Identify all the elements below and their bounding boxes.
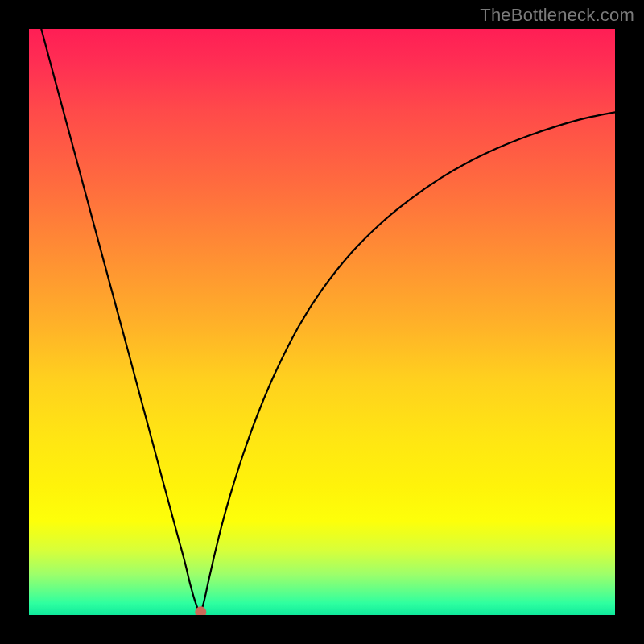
- minimum-marker-dot: [195, 606, 206, 615]
- curve-svg: [29, 29, 615, 615]
- chart-frame: TheBottleneck.com: [0, 0, 644, 644]
- bottleneck-curve: [41, 29, 615, 612]
- watermark-label: TheBottleneck.com: [480, 5, 634, 26]
- plot-area: [29, 29, 615, 615]
